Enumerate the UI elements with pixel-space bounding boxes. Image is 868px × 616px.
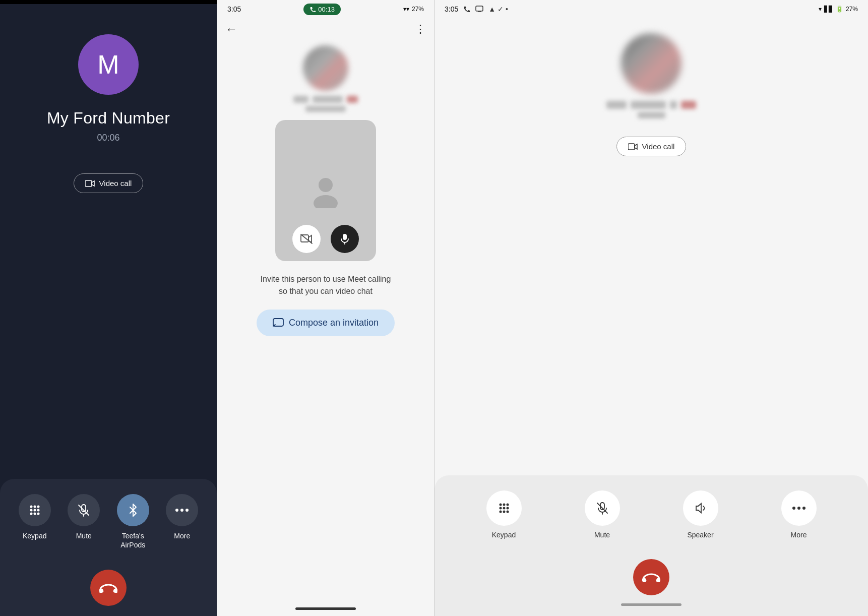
more-label: More — [174, 531, 190, 540]
end-call-icon — [99, 583, 117, 593]
phone3-mute-icon — [596, 502, 609, 515]
blurred-name-part3 — [347, 96, 358, 103]
svg-point-33 — [499, 507, 502, 510]
svg-point-42 — [792, 507, 795, 510]
svg-point-30 — [499, 504, 502, 506]
battery-icon: 🔋 — [836, 6, 843, 13]
phone3-status-bar: 3:05 ▲ ✓ • ▾ ▋▊ 🔋 27% — [435, 0, 868, 18]
phone3-video-call-label: Video call — [642, 142, 675, 151]
phone1-top-bar — [0, 0, 217, 4]
phone3-mute-label: Mute — [594, 531, 610, 539]
svg-point-44 — [802, 507, 805, 510]
svg-rect-0 — [85, 180, 92, 187]
blurred-dot — [670, 101, 677, 109]
svg-rect-27 — [476, 6, 483, 11]
blurred-name-part1 — [293, 96, 308, 103]
blurred-part1 — [606, 101, 627, 109]
phone-icon — [309, 6, 316, 12]
svg-point-34 — [503, 507, 505, 510]
phone3-left-status: 3:05 ▲ ✓ • — [445, 5, 508, 13]
svg-point-31 — [503, 504, 505, 506]
phone3-more-label: More — [791, 531, 807, 539]
svg-point-13 — [175, 509, 178, 512]
phone3-more-icon-bg — [781, 490, 817, 526]
svg-line-41 — [597, 503, 607, 513]
svg-point-7 — [30, 512, 32, 515]
phone3-detail-row — [638, 112, 665, 118]
svg-point-20 — [319, 178, 333, 192]
more-menu-button[interactable]: ⋮ — [415, 23, 426, 36]
phone3-mute-icon-bg — [585, 490, 620, 526]
phone3-video-call-button[interactable]: Video call — [616, 137, 687, 156]
phone3-keypad-action[interactable]: Keypad — [486, 490, 522, 539]
svg-rect-29 — [628, 144, 635, 150]
svg-point-3 — [37, 505, 39, 508]
svg-point-37 — [503, 511, 505, 513]
video-icon — [85, 180, 95, 187]
active-call-pill: 00:13 — [303, 4, 341, 15]
mute-action[interactable]: Mute — [68, 494, 100, 549]
call-timer: 00:06 — [97, 133, 119, 143]
phone2-screen: 3:05 00:13 ▾▾ 27% ← ⋮ — [217, 0, 435, 616]
phone3-screen-icon — [475, 6, 483, 13]
phone3-time: 3:05 — [445, 5, 458, 13]
mic-button[interactable] — [331, 225, 359, 253]
status-icons: ▾▾ 27% — [403, 6, 424, 13]
compose-invitation-button[interactable]: Compose an invitation — [257, 310, 395, 336]
navigation-dots: ▲ ✓ • — [488, 5, 508, 13]
home-bar — [295, 607, 356, 610]
call-duration: 00:13 — [318, 6, 335, 13]
phone3-contact-info — [606, 33, 696, 121]
keypad-icon-bg — [19, 494, 51, 526]
phone3-actions: Keypad Mute — [455, 490, 848, 539]
phone3-screen: 3:05 ▲ ✓ • ▾ ▋▊ 🔋 27% — [435, 0, 868, 616]
phone3-speaker-icon — [694, 502, 707, 515]
svg-point-1 — [30, 505, 32, 508]
camera-off-button[interactable] — [292, 225, 321, 253]
phone1-screen: M My Ford Number 00:06 Video call — [0, 0, 217, 616]
avatar: M — [78, 34, 139, 95]
bluetooth-action[interactable]: Teefa'sAirPods — [117, 494, 149, 549]
invite-text: Invite this person to use Meet calling s… — [255, 273, 396, 297]
phone1-content: M My Ford Number 00:06 Video call — [0, 4, 217, 479]
svg-point-14 — [180, 509, 183, 512]
wifi-icon: ▾▾ — [403, 6, 409, 13]
more-action[interactable]: More — [166, 494, 198, 549]
svg-point-15 — [185, 509, 189, 512]
wifi-strength: ▾ — [819, 6, 822, 13]
svg-point-8 — [33, 512, 36, 515]
svg-point-21 — [314, 195, 338, 208]
svg-line-12 — [79, 505, 89, 515]
blurred-name-part2 — [313, 96, 343, 103]
nav-bar: ← ⋮ — [217, 18, 434, 40]
phone3-end-call-icon — [642, 572, 660, 582]
back-button[interactable]: ← — [225, 22, 237, 36]
svg-point-43 — [797, 507, 800, 510]
keypad-action[interactable]: Keypad — [19, 494, 51, 549]
phone3-keypad-label: Keypad — [492, 531, 516, 539]
video-preview — [275, 120, 376, 261]
phone3-speaker-action[interactable]: Speaker — [683, 490, 718, 539]
svg-point-35 — [506, 507, 509, 510]
contact-avatar-blurred — [303, 45, 348, 91]
video-call-label: Video call — [99, 179, 132, 188]
mute-icon — [77, 504, 90, 517]
svg-rect-24 — [343, 234, 347, 240]
message-icon — [273, 318, 284, 328]
bluetooth-label: Teefa'sAirPods — [120, 531, 145, 549]
signal-bars: ▋▊ — [824, 6, 833, 13]
video-call-button[interactable]: Video call — [74, 173, 144, 193]
mute-label: Mute — [76, 531, 92, 540]
more-icon — [175, 508, 189, 512]
contact-info — [293, 45, 358, 112]
phone3-more-action[interactable]: More — [781, 490, 817, 539]
avatar-letter: M — [97, 49, 119, 80]
blurred-part3 — [681, 101, 696, 109]
end-call-button[interactable] — [90, 570, 127, 606]
phone3-end-call-button[interactable] — [633, 559, 669, 595]
phone3-mute-action[interactable]: Mute — [585, 490, 620, 539]
svg-point-2 — [33, 505, 36, 508]
more-icon-bg — [166, 494, 198, 526]
status-time: 3:05 — [227, 5, 241, 13]
blurred-detail — [305, 106, 346, 112]
